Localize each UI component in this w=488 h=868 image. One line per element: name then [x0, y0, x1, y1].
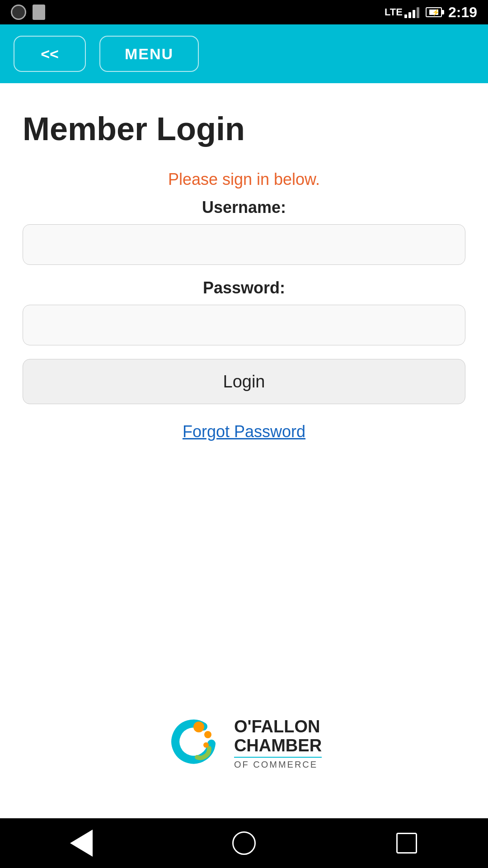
battery-fill: ⚡ [429, 9, 439, 15]
svg-point-1 [204, 731, 211, 738]
logo-section: O'FALLON CHAMBER OF COMMERCE [166, 696, 322, 800]
recent-square-icon [396, 833, 417, 854]
svg-point-2 [203, 742, 209, 748]
page-title: Member Login [23, 110, 245, 147]
svg-point-0 [193, 722, 204, 732]
sd-card-icon [33, 5, 45, 20]
forgot-password-link[interactable]: Forgot Password [183, 422, 305, 441]
status-left-icons [11, 5, 45, 20]
battery-bolt-icon: ⚡ [432, 9, 440, 16]
logo-text: O'FALLON CHAMBER OF COMMERCE [234, 717, 322, 770]
camera-icon [11, 5, 26, 20]
back-triangle-icon [70, 830, 93, 857]
password-input[interactable] [23, 305, 465, 345]
status-bar: LTE ⚡ 2:19 [0, 0, 488, 24]
login-button[interactable]: Login [23, 359, 465, 404]
menu-button[interactable]: MENU [99, 36, 199, 72]
logo-sub: OF COMMERCE [234, 757, 322, 770]
top-nav-bar: << MENU [0, 24, 488, 83]
time-display: 2:19 [448, 4, 477, 21]
lte-icon: LTE [385, 6, 419, 18]
status-right-icons: LTE ⚡ 2:19 [385, 4, 477, 21]
logo-icon [166, 714, 225, 773]
battery-icon: ⚡ [426, 7, 442, 17]
back-button[interactable]: << [14, 36, 86, 72]
subtitle-text: Please sign in below. [168, 170, 320, 189]
username-label: Username: [202, 198, 286, 217]
chamber-logo: O'FALLON CHAMBER OF COMMERCE [166, 714, 322, 773]
main-content: Member Login Please sign in below. Usern… [0, 83, 488, 818]
signal-bars [404, 6, 419, 18]
bottom-nav-bar [0, 818, 488, 868]
password-label: Password: [203, 278, 285, 297]
back-nav-button[interactable] [68, 830, 95, 857]
recent-nav-button[interactable] [393, 830, 420, 857]
username-input[interactable] [23, 224, 465, 265]
home-circle-icon [232, 831, 256, 855]
home-nav-button[interactable] [230, 830, 258, 857]
logo-name-line1: O'FALLON CHAMBER [234, 717, 322, 755]
